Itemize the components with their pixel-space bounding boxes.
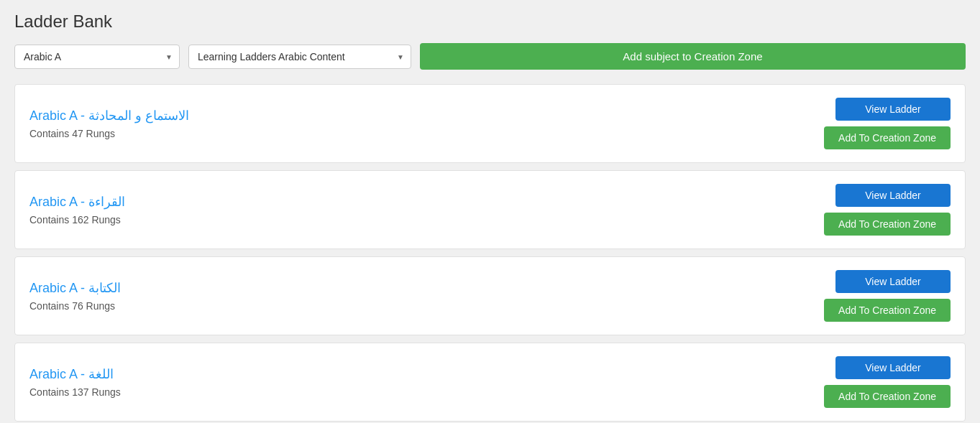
page-container: Ladder Bank Arabic A Arabic B Arabic C L… bbox=[0, 0, 980, 423]
ladder-card: Arabic A - الاستماع و المحادثة Contains … bbox=[14, 84, 966, 163]
ladder-rungs: Contains 162 Rungs bbox=[29, 214, 125, 226]
ladder-title: Arabic A - الكتابة bbox=[29, 280, 121, 296]
view-ladder-button[interactable]: View Ladder bbox=[835, 356, 951, 379]
toolbar: Arabic A Arabic B Arabic C Learning Ladd… bbox=[14, 43, 966, 70]
add-to-creation-zone-button[interactable]: Add To Creation Zone bbox=[824, 126, 951, 149]
ladders-list: Arabic A - الاستماع و المحادثة Contains … bbox=[14, 84, 966, 423]
view-ladder-button[interactable]: View Ladder bbox=[835, 98, 951, 121]
view-ladder-button[interactable]: View Ladder bbox=[835, 184, 951, 207]
ladder-rungs: Contains 137 Rungs bbox=[29, 386, 121, 398]
ladder-actions: View Ladder Add To Creation Zone bbox=[824, 98, 951, 149]
add-to-creation-zone-button[interactable]: Add To Creation Zone bbox=[824, 299, 951, 322]
curriculum-select-wrapper: Learning Ladders Arabic Content Other Cu… bbox=[188, 45, 411, 69]
ladder-info: Arabic A - القراءة Contains 162 Rungs bbox=[29, 194, 125, 226]
ladder-actions: View Ladder Add To Creation Zone bbox=[824, 356, 951, 408]
add-to-creation-zone-button[interactable]: Add To Creation Zone bbox=[824, 213, 951, 236]
page-title: Ladder Bank bbox=[14, 11, 966, 32]
ladder-actions: View Ladder Add To Creation Zone bbox=[824, 270, 951, 322]
view-ladder-button[interactable]: View Ladder bbox=[835, 270, 951, 293]
curriculum-select[interactable]: Learning Ladders Arabic Content Other Cu… bbox=[188, 45, 411, 69]
add-to-creation-zone-button[interactable]: Add To Creation Zone bbox=[824, 385, 951, 408]
ladder-card: Arabic A - الكتابة Contains 76 Rungs Vie… bbox=[14, 256, 966, 335]
ladder-title: Arabic A - اللغة bbox=[29, 366, 121, 382]
ladder-title: Arabic A - الاستماع و المحادثة bbox=[29, 108, 189, 124]
ladder-title: Arabic A - القراءة bbox=[29, 194, 125, 210]
ladder-card: Arabic A - اللغة Contains 137 Rungs View… bbox=[14, 343, 966, 422]
ladder-rungs: Contains 47 Rungs bbox=[29, 128, 189, 139]
ladder-info: Arabic A - الاستماع و المحادثة Contains … bbox=[29, 108, 189, 139]
ladder-actions: View Ladder Add To Creation Zone bbox=[824, 184, 951, 236]
subject-select-wrapper: Arabic A Arabic B Arabic C bbox=[14, 45, 180, 69]
ladder-info: Arabic A - الكتابة Contains 76 Rungs bbox=[29, 280, 121, 312]
ladder-rungs: Contains 76 Rungs bbox=[29, 300, 121, 312]
ladder-info: Arabic A - اللغة Contains 137 Rungs bbox=[29, 366, 121, 398]
add-subject-button[interactable]: Add subject to Creation Zone bbox=[420, 43, 966, 70]
subject-select[interactable]: Arabic A Arabic B Arabic C bbox=[14, 45, 180, 69]
ladder-card: Arabic A - القراءة Contains 162 Rungs Vi… bbox=[14, 170, 966, 249]
